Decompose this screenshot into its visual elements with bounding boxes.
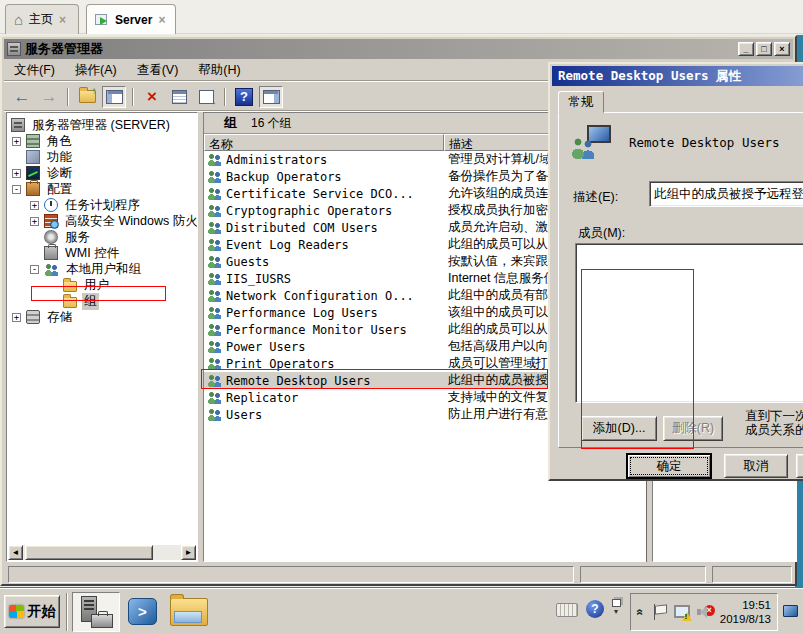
help-button[interactable]: ? <box>232 86 256 108</box>
tree-item-diagnostics[interactable]: + 诊断 <box>8 165 196 181</box>
server-manager-icon <box>79 596 113 628</box>
dialog-tab-page: Remote Desktop Users 描述(E): 此组中的成员被授予远程登… <box>558 112 803 448</box>
window-titlebar: 服务器管理器 _ □ × <box>4 39 793 59</box>
horizontal-scrollbar[interactable]: ◄ ► <box>8 545 196 560</box>
group-icon <box>207 187 222 200</box>
menu-view[interactable]: 查看(V) <box>127 60 189 81</box>
network-warning-icon[interactable] <box>673 604 691 621</box>
group-icon <box>207 391 222 404</box>
menu-help[interactable]: 帮助(H) <box>188 60 250 81</box>
tab-server[interactable]: Server × <box>86 4 176 34</box>
status-section <box>580 566 706 583</box>
explorer-folder-icon[interactable] <box>170 598 208 626</box>
tree-item-roles[interactable]: + 角色 <box>8 133 196 149</box>
ok-button[interactable]: 确定 <box>627 454 711 478</box>
taskbar-separator <box>66 593 68 631</box>
local-users-icon <box>44 263 59 276</box>
show-hidden-icons-chevron[interactable]: « <box>633 609 647 616</box>
system-tray: « × 19:51 2019/8/13 <box>630 593 778 631</box>
wmi-icon <box>44 246 58 260</box>
export-list-button[interactable] <box>194 86 218 108</box>
tree-item-configuration[interactable]: - 配置 <box>8 181 196 197</box>
start-label: 开始 <box>28 603 56 621</box>
console-tree-panel: 服务器管理器 (SERVER) + 角色 功能 + 诊断 - 配置 <box>6 112 198 562</box>
group-icon <box>207 255 222 268</box>
dialog-title: Remote Desktop Users 属性 <box>558 68 741 85</box>
tab-home[interactable]: ⌂ 主页 × <box>5 4 79 34</box>
tab-home-close-icon[interactable]: × <box>59 13 66 27</box>
tab-general[interactable]: 常规 <box>558 91 604 113</box>
expand-icon[interactable]: + <box>12 169 21 178</box>
volume-muted-icon[interactable]: × <box>697 604 715 620</box>
server-manager-icon <box>11 118 25 132</box>
desktop-toolbar-icon[interactable]: ▾ <box>612 597 626 619</box>
start-button[interactable]: 开始 <box>4 595 60 628</box>
clock-date: 2019/8/13 <box>720 612 771 626</box>
group-icon <box>207 204 222 217</box>
toggle-console-tree-button[interactable] <box>102 86 126 108</box>
expand-icon[interactable]: + <box>12 137 21 146</box>
show-desktop-button[interactable] <box>782 599 799 623</box>
tree-item-server-manager[interactable]: 服务器管理器 (SERVER) <box>8 117 196 133</box>
tree-item-storage[interactable]: + 存储 <box>8 309 196 325</box>
description-field[interactable]: 此组中的成员被授予远程登 <box>649 181 803 207</box>
tree-item-features[interactable]: 功能 <box>8 149 196 165</box>
windows-logo-icon <box>9 605 24 618</box>
members-listbox[interactable] <box>575 243 803 403</box>
menu-file[interactable]: 文件(F) <box>4 60 65 81</box>
status-section <box>712 566 792 583</box>
tree-item-wmi[interactable]: WMI 控件 <box>8 245 196 261</box>
tree-item-services[interactable]: 服务 <box>8 229 196 245</box>
group-icon <box>207 221 222 234</box>
firewall-icon <box>44 214 58 228</box>
cancel-button[interactable]: 取消 <box>724 454 788 478</box>
expand-icon[interactable]: + <box>12 313 21 322</box>
expand-icon[interactable]: + <box>30 201 39 210</box>
delete-button[interactable]: × <box>140 86 164 108</box>
clock[interactable]: 19:51 2019/8/13 <box>720 598 771 626</box>
roles-icon <box>26 134 40 148</box>
remove-button-disabled[interactable]: 删除(R) <box>663 416 723 441</box>
collapse-icon[interactable]: - <box>30 265 39 274</box>
forward-icon: → <box>41 88 58 105</box>
group-icon <box>207 170 222 183</box>
action-center-flag-icon[interactable] <box>652 604 666 620</box>
tree-item-users[interactable]: 用户 <box>8 277 196 293</box>
results-title: 组 <box>224 114 237 132</box>
powershell-icon[interactable]: > <box>128 598 157 625</box>
column-header-name[interactable]: 名称 <box>204 134 444 151</box>
tab-server-close-icon[interactable]: × <box>158 13 165 27</box>
help-tray-icon[interactable]: ? <box>586 600 604 618</box>
server-manager-task-button[interactable] <box>72 592 120 632</box>
window-title: 服务器管理器 <box>25 40 103 58</box>
toggle-action-pane-button[interactable] <box>259 86 283 108</box>
close-button[interactable]: × <box>774 42 790 56</box>
menu-action[interactable]: 操作(A) <box>65 60 127 81</box>
back-button[interactable]: ← <box>10 86 34 108</box>
tree-item-groups[interactable]: 组 <box>8 293 196 309</box>
tree-item-task-scheduler[interactable]: + 任务计划程序 <box>8 197 196 213</box>
properties-button[interactable] <box>167 86 191 108</box>
taskbar: 开始 > ? ▾ « × 19:51 2019/8/13 <box>0 588 803 634</box>
tree-item-local-users-groups[interactable]: - 本地用户和组 <box>8 261 196 277</box>
group-icon <box>207 408 222 421</box>
show-in-folder-button[interactable]: ↑ <box>75 86 99 108</box>
maximize-button[interactable]: □ <box>756 42 772 56</box>
tree-item-firewall[interactable]: + 高级安全 Windows 防火墙 <box>8 213 196 229</box>
scrollbar-thumb[interactable] <box>25 545 153 560</box>
keyboard-layout-icon[interactable] <box>556 603 578 617</box>
scroll-right-icon[interactable]: ► <box>181 545 196 560</box>
forward-button[interactable]: → <box>37 86 61 108</box>
add-button[interactable]: 添加(D)... <box>581 416 657 441</box>
users-icon <box>571 137 597 159</box>
toggle-action-pane-icon <box>263 90 280 104</box>
expand-icon[interactable]: + <box>30 217 39 226</box>
minimize-button[interactable]: _ <box>738 42 754 56</box>
home-icon: ⌂ <box>14 12 23 27</box>
scroll-left-icon[interactable]: ◄ <box>8 545 23 560</box>
description-label: 描述(E): <box>573 189 618 206</box>
apply-button-clipped[interactable] <box>796 454 803 478</box>
status-section <box>8 566 574 583</box>
collapse-icon[interactable]: - <box>12 185 21 194</box>
group-icon <box>207 340 222 353</box>
